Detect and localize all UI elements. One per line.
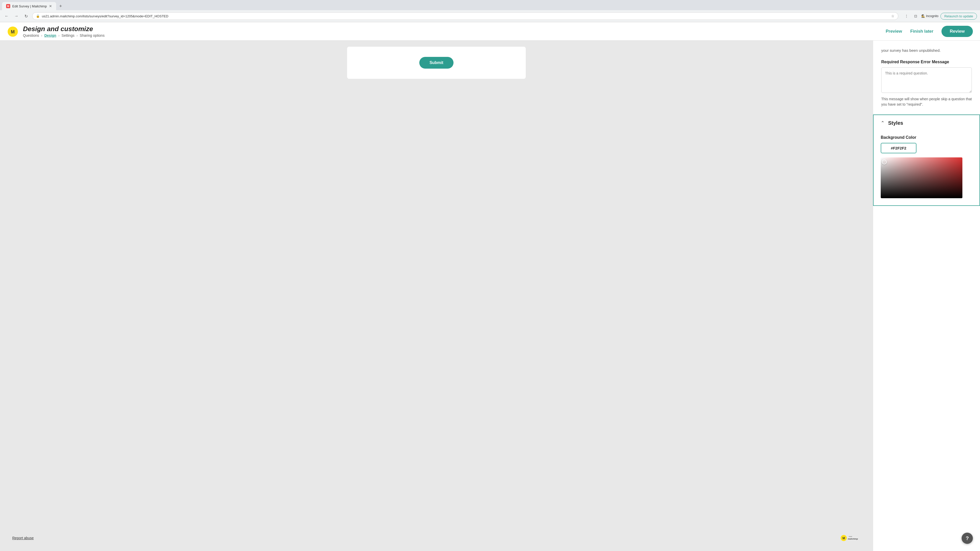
browser-action-buttons: ⋮ ⊡ 🕵 Incognito Relaunch to update [903,13,977,20]
styles-panel: ⌃ Styles Background Color [873,114,980,206]
extensions-button[interactable]: ⋮ [903,13,910,20]
lock-icon: 🔒 [36,14,40,18]
required-hint: This message will show when people skip … [881,97,972,107]
required-response-label: Required Response Error Message [881,60,972,64]
intuit-mailchimp-logo: M intuit mailchimp [840,534,861,541]
unpublished-notice: your survey has been unpublished. [881,48,972,54]
preview-button[interactable]: Preview [886,29,902,34]
bookmark-icon[interactable]: ☆ [891,14,894,18]
breadcrumb: Questions › Design › Settings › Sharing … [23,33,880,38]
color-picker[interactable] [881,157,963,198]
tab-close-button[interactable]: ✕ [49,4,52,8]
color-picker-handle[interactable] [882,159,887,165]
bg-color-label: Background Color [881,135,972,140]
incognito-indicator: 🕵 Incognito [921,14,939,18]
breadcrumb-questions[interactable]: Questions [23,33,39,38]
mailchimp-logo: M [7,26,18,37]
main-layout: Submit Report abuse M intuit mailchimp y… [0,41,980,551]
right-panel: your survey has been unpublished. Requir… [873,41,980,551]
breadcrumb-design[interactable]: Design [45,33,56,38]
address-field[interactable]: 🔒 us21.admin.mailchimp.com/lists/surveys… [32,12,898,20]
title-area: Design and customize Questions › Design … [23,25,880,38]
back-button[interactable]: ← [3,13,10,20]
tab-bar: M Edit Survey | Mailchimp ✕ + [0,0,980,10]
breadcrumb-settings[interactable]: Settings [62,33,75,38]
breadcrumb-sep-2: › [58,33,59,38]
incognito-icon: 🕵 [921,14,925,18]
survey-card: Submit [347,47,526,79]
forward-button[interactable]: → [13,13,20,20]
styles-header[interactable]: ⌃ Styles [873,115,980,131]
svg-text:M: M [842,537,845,540]
review-button[interactable]: Review [942,26,973,37]
bg-color-input-row [881,143,972,153]
new-tab-button[interactable]: + [57,3,64,10]
app-header: M Design and customize Questions › Desig… [0,22,980,41]
bg-color-input[interactable] [881,143,916,153]
svg-text:M: M [11,29,15,35]
tab-title: Edit Survey | Mailchimp [12,4,47,8]
settings-section: your survey has been unpublished. Requir… [873,41,980,114]
address-bar: ← → ↻ 🔒 us21.admin.mailchimp.com/lists/s… [0,10,980,22]
required-response-textarea[interactable] [881,67,972,93]
breadcrumb-sep-1: › [41,33,42,38]
active-tab[interactable]: M Edit Survey | Mailchimp ✕ [2,2,56,10]
incognito-label: Incognito [926,14,939,18]
color-gradient-display [881,157,963,198]
window-layout-button[interactable]: ⊡ [912,13,919,20]
survey-footer: Report abuse M intuit mailchimp [6,529,867,547]
header-actions: Preview Finish later Review [886,26,973,37]
submit-button[interactable]: Submit [419,57,453,68]
survey-preview-area: Submit Report abuse M intuit mailchimp [0,41,873,551]
svg-text:mailchimp: mailchimp [848,538,858,540]
tab-favicon: M [6,4,10,8]
breadcrumb-sharing[interactable]: Sharing options [80,33,104,38]
styles-content: Background Color [873,131,980,205]
report-abuse-link[interactable]: Report abuse [12,536,34,540]
finish-later-button[interactable]: Finish later [910,29,934,34]
help-button[interactable]: ? [962,533,973,544]
styles-title: Styles [888,120,903,126]
brand-logo: M intuit mailchimp [840,534,861,541]
chevron-up-icon: ⌃ [881,120,885,126]
page-title: Design and customize [23,25,880,33]
breadcrumb-sep-3: › [76,33,78,38]
url-text: us21.admin.mailchimp.com/lists/surveys/e… [42,14,889,18]
refresh-button[interactable]: ↻ [22,13,30,20]
browser-chrome: M Edit Survey | Mailchimp ✕ + ← → ↻ 🔒 us… [0,0,980,22]
svg-text:intuit: intuit [849,536,852,537]
relaunch-button[interactable]: Relaunch to update [940,13,977,20]
